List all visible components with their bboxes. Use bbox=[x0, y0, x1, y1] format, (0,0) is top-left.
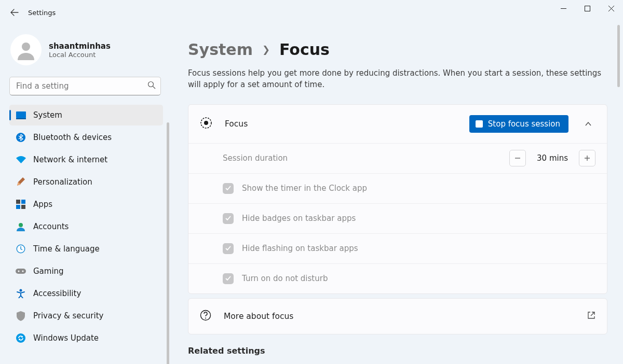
person-icon bbox=[16, 39, 36, 60]
check-row-hide-badges: Hide badges on taskbar apps bbox=[188, 203, 607, 233]
more-about-focus-card[interactable]: More about focus bbox=[188, 298, 607, 334]
check-icon bbox=[225, 276, 232, 281]
nav-item-accessibility[interactable]: Accessibility bbox=[9, 283, 163, 304]
window-controls bbox=[551, 0, 623, 17]
check-row-show-timer: Show the timer in the Clock app bbox=[188, 173, 607, 203]
check-icon bbox=[225, 246, 232, 251]
svg-point-21 bbox=[205, 317, 206, 318]
duration-value: 30 mins bbox=[534, 153, 571, 163]
nav-label: Bluetooth & devices bbox=[33, 133, 112, 142]
nav-item-network[interactable]: Network & internet bbox=[9, 149, 163, 170]
minimize-button[interactable] bbox=[551, 0, 575, 17]
search-box bbox=[9, 77, 161, 95]
brush-icon bbox=[16, 177, 26, 187]
svg-rect-8 bbox=[16, 205, 20, 209]
breadcrumb: System ❯ Focus bbox=[188, 40, 607, 59]
check-row-hide-flashing: Hide flashing on taskbar apps bbox=[188, 233, 607, 263]
check-label: Hide flashing on taskbar apps bbox=[242, 244, 358, 253]
nav-item-system[interactable]: System bbox=[9, 105, 163, 125]
nav-label: Time & language bbox=[33, 244, 100, 254]
nav-label: Privacy & security bbox=[33, 311, 103, 320]
breadcrumb-parent[interactable]: System bbox=[188, 40, 253, 59]
maximize-icon bbox=[585, 6, 590, 11]
nav-label: Windows Update bbox=[33, 333, 99, 343]
collapse-button[interactable] bbox=[581, 117, 595, 131]
chevron-up-icon bbox=[585, 120, 592, 128]
nav-item-personalization[interactable]: Personalization bbox=[9, 172, 163, 192]
accessibility-icon bbox=[16, 288, 26, 299]
clock-icon bbox=[16, 244, 26, 254]
nav-label: Network & internet bbox=[33, 155, 107, 164]
account-block[interactable]: shaantminhas Local Account bbox=[9, 32, 170, 77]
svg-rect-0 bbox=[585, 6, 590, 11]
check-row-dnd: Turn on do not disturb bbox=[188, 263, 607, 293]
check-label: Turn on do not disturb bbox=[242, 274, 328, 283]
update-icon bbox=[16, 333, 26, 343]
svg-point-16 bbox=[20, 289, 22, 292]
checkbox-hide-badges[interactable] bbox=[223, 213, 234, 224]
nav-item-time[interactable]: Time & language bbox=[9, 239, 163, 259]
main-scrollbar[interactable] bbox=[617, 25, 620, 87]
check-icon bbox=[225, 216, 232, 221]
nav-item-bluetooth[interactable]: Bluetooth & devices bbox=[9, 127, 163, 148]
check-icon bbox=[225, 186, 232, 191]
search-icon bbox=[147, 81, 156, 91]
search-input[interactable] bbox=[9, 77, 161, 95]
close-icon bbox=[608, 6, 614, 11]
checkbox-show-timer[interactable] bbox=[223, 183, 234, 194]
focus-header: Focus Stop focus session bbox=[188, 105, 607, 143]
more-about-focus-label: More about focus bbox=[224, 312, 575, 321]
svg-point-17 bbox=[16, 333, 25, 343]
svg-rect-9 bbox=[21, 205, 25, 209]
nav-item-gaming[interactable]: Gaming bbox=[9, 261, 163, 282]
checkbox-dnd[interactable] bbox=[223, 273, 234, 284]
svg-point-2 bbox=[148, 82, 154, 87]
svg-rect-3 bbox=[16, 111, 26, 118]
close-button[interactable] bbox=[599, 0, 623, 17]
stop-focus-button[interactable]: Stop focus session bbox=[469, 115, 568, 133]
nav-label: Gaming bbox=[33, 267, 64, 276]
nav-item-apps[interactable]: Apps bbox=[9, 194, 163, 215]
nav-label: Personalization bbox=[33, 177, 92, 187]
svg-rect-4 bbox=[16, 118, 26, 119]
session-duration-label: Session duration bbox=[223, 153, 501, 163]
nav-label: Accessibility bbox=[33, 289, 81, 298]
check-label: Show the timer in the Clock app bbox=[242, 184, 367, 193]
maximize-button[interactable] bbox=[575, 0, 599, 17]
avatar bbox=[10, 34, 42, 65]
gaming-icon bbox=[16, 266, 26, 276]
nav-label: Accounts bbox=[33, 222, 69, 231]
nav-item-accounts[interactable]: Accounts bbox=[9, 216, 163, 237]
sidebar: shaantminhas Local Account System Blueto… bbox=[0, 25, 170, 364]
svg-point-14 bbox=[18, 271, 20, 272]
help-icon bbox=[200, 310, 211, 323]
apps-icon bbox=[16, 199, 26, 209]
check-label: Hide badges on taskbar apps bbox=[242, 214, 356, 223]
stop-icon bbox=[476, 120, 483, 128]
main-content: System ❯ Focus Focus sessions help you g… bbox=[170, 25, 623, 364]
svg-point-10 bbox=[19, 223, 23, 227]
shield-icon bbox=[16, 311, 26, 321]
increase-duration-button[interactable] bbox=[579, 150, 595, 166]
chevron-right-icon: ❯ bbox=[262, 44, 270, 55]
stop-focus-label: Stop focus session bbox=[488, 119, 560, 129]
window-title: Settings bbox=[28, 9, 56, 17]
focus-icon bbox=[200, 117, 212, 131]
minus-icon bbox=[514, 155, 521, 161]
checkbox-hide-flashing[interactable] bbox=[223, 243, 234, 254]
nav-item-update[interactable]: Windows Update bbox=[9, 328, 163, 348]
nav-item-privacy[interactable]: Privacy & security bbox=[9, 305, 163, 326]
page-description: Focus sessions help you get more done by… bbox=[188, 68, 603, 91]
svg-rect-7 bbox=[21, 200, 25, 204]
decrease-duration-button[interactable] bbox=[509, 150, 526, 166]
svg-point-15 bbox=[22, 271, 24, 272]
nav-label: System bbox=[33, 110, 62, 120]
session-duration-row: Session duration 30 mins bbox=[188, 143, 607, 173]
title-bar: Settings bbox=[0, 0, 623, 25]
minimize-icon bbox=[561, 6, 566, 11]
wifi-icon bbox=[16, 155, 26, 165]
sidebar-scrollbar[interactable] bbox=[167, 122, 169, 364]
nav-label: Apps bbox=[33, 200, 52, 209]
back-button[interactable] bbox=[4, 2, 25, 23]
accounts-icon bbox=[16, 221, 26, 232]
